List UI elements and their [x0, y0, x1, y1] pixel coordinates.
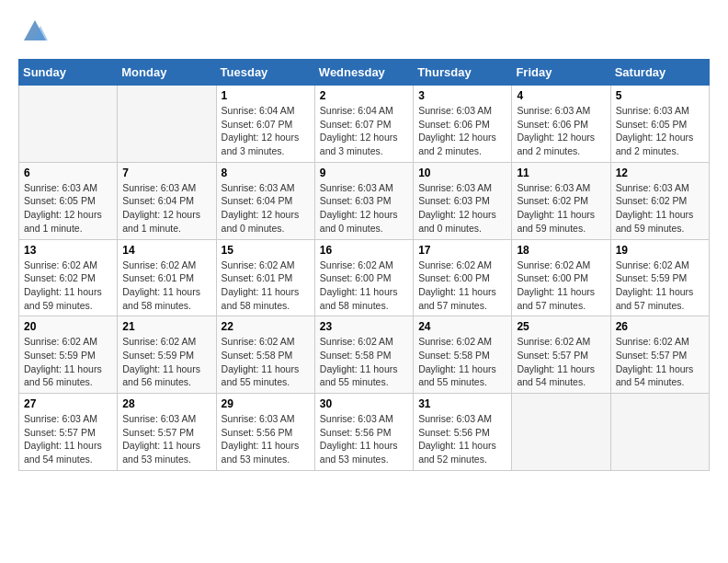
header-day-tuesday: Tuesday [216, 60, 314, 86]
logo [18, 18, 48, 44]
header-day-saturday: Saturday [610, 60, 709, 86]
calendar-cell: 20Sunrise: 6:02 AM Sunset: 5:59 PM Dayli… [19, 316, 118, 394]
day-number: 14 [122, 244, 210, 257]
calendar-week-row: 6Sunrise: 6:03 AM Sunset: 6:05 PM Daylig… [19, 162, 710, 239]
calendar-cell: 3Sunrise: 6:03 AM Sunset: 6:06 PM Daylig… [414, 86, 512, 163]
calendar-cell: 27Sunrise: 6:03 AM Sunset: 5:57 PM Dayli… [19, 394, 118, 471]
calendar-cell: 12Sunrise: 6:03 AM Sunset: 6:02 PM Dayli… [610, 162, 709, 239]
calendar-cell: 14Sunrise: 6:02 AM Sunset: 6:01 PM Dayli… [118, 239, 216, 316]
day-info: Sunrise: 6:02 AM Sunset: 6:01 PM Dayligh… [222, 259, 310, 313]
header-row: SundayMondayTuesdayWednesdayThursdayFrid… [19, 60, 710, 86]
calendar-cell: 17Sunrise: 6:02 AM Sunset: 6:00 PM Dayli… [414, 239, 512, 316]
calendar-cell: 29Sunrise: 6:03 AM Sunset: 5:56 PM Dayli… [216, 394, 314, 471]
header-day-thursday: Thursday [414, 60, 512, 86]
day-info: Sunrise: 6:02 AM Sunset: 5:57 PM Dayligh… [616, 335, 704, 389]
day-number: 19 [616, 244, 704, 257]
day-number: 16 [320, 244, 408, 257]
day-info: Sunrise: 6:03 AM Sunset: 5:56 PM Dayligh… [320, 412, 408, 466]
calendar-cell: 1Sunrise: 6:04 AM Sunset: 6:07 PM Daylig… [216, 86, 314, 163]
day-number: 27 [24, 397, 112, 410]
day-info: Sunrise: 6:04 AM Sunset: 6:07 PM Dayligh… [222, 104, 310, 158]
day-number: 2 [320, 89, 408, 102]
calendar-cell: 22Sunrise: 6:02 AM Sunset: 5:58 PM Dayli… [216, 316, 314, 394]
calendar-week-row: 20Sunrise: 6:02 AM Sunset: 5:59 PM Dayli… [19, 316, 710, 394]
day-info: Sunrise: 6:02 AM Sunset: 5:59 PM Dayligh… [24, 335, 112, 389]
day-number: 10 [418, 167, 506, 179]
day-number: 25 [517, 320, 605, 333]
day-info: Sunrise: 6:02 AM Sunset: 6:01 PM Dayligh… [122, 259, 210, 313]
calendar-cell: 31Sunrise: 6:03 AM Sunset: 5:56 PM Dayli… [414, 394, 512, 471]
day-number: 12 [616, 167, 704, 179]
calendar-cell [610, 394, 709, 471]
calendar-cell: 5Sunrise: 6:03 AM Sunset: 6:05 PM Daylig… [610, 86, 709, 163]
day-number: 31 [418, 397, 506, 410]
day-number: 5 [616, 89, 704, 102]
day-info: Sunrise: 6:03 AM Sunset: 6:05 PM Dayligh… [24, 181, 112, 236]
calendar-cell: 26Sunrise: 6:02 AM Sunset: 5:57 PM Dayli… [610, 316, 709, 394]
day-info: Sunrise: 6:03 AM Sunset: 6:04 PM Dayligh… [222, 181, 310, 236]
day-info: Sunrise: 6:02 AM Sunset: 5:58 PM Dayligh… [222, 335, 310, 389]
day-info: Sunrise: 6:03 AM Sunset: 6:03 PM Dayligh… [320, 181, 408, 236]
day-info: Sunrise: 6:03 AM Sunset: 6:05 PM Dayligh… [616, 104, 704, 158]
day-info: Sunrise: 6:02 AM Sunset: 5:59 PM Dayligh… [616, 259, 704, 313]
logo-icon [22, 18, 48, 44]
calendar-cell: 24Sunrise: 6:02 AM Sunset: 5:58 PM Dayli… [414, 316, 512, 394]
day-number: 13 [24, 244, 112, 257]
calendar-body: 1Sunrise: 6:04 AM Sunset: 6:07 PM Daylig… [19, 86, 710, 471]
day-info: Sunrise: 6:02 AM Sunset: 5:59 PM Dayligh… [122, 335, 210, 389]
calendar-cell: 23Sunrise: 6:02 AM Sunset: 5:58 PM Dayli… [314, 316, 413, 394]
day-info: Sunrise: 6:02 AM Sunset: 6:00 PM Dayligh… [320, 259, 408, 313]
day-info: Sunrise: 6:03 AM Sunset: 6:06 PM Dayligh… [418, 104, 506, 158]
day-number: 23 [320, 320, 408, 333]
day-info: Sunrise: 6:03 AM Sunset: 6:02 PM Dayligh… [517, 181, 605, 236]
calendar-cell: 6Sunrise: 6:03 AM Sunset: 6:05 PM Daylig… [19, 162, 118, 239]
day-number: 6 [24, 167, 112, 179]
day-number: 11 [517, 167, 605, 179]
day-number: 24 [418, 320, 506, 333]
calendar-cell [512, 394, 610, 471]
calendar-cell: 10Sunrise: 6:03 AM Sunset: 6:03 PM Dayli… [414, 162, 512, 239]
day-number: 7 [122, 167, 210, 179]
header-day-monday: Monday [118, 60, 216, 86]
day-info: Sunrise: 6:03 AM Sunset: 5:57 PM Dayligh… [122, 412, 210, 466]
calendar-cell: 7Sunrise: 6:03 AM Sunset: 6:04 PM Daylig… [118, 162, 216, 239]
day-info: Sunrise: 6:02 AM Sunset: 6:00 PM Dayligh… [418, 259, 506, 313]
calendar-cell [118, 86, 216, 163]
page-header [18, 18, 710, 44]
calendar-cell: 18Sunrise: 6:02 AM Sunset: 6:00 PM Dayli… [512, 239, 610, 316]
calendar-cell: 2Sunrise: 6:04 AM Sunset: 6:07 PM Daylig… [314, 86, 413, 163]
calendar-cell: 28Sunrise: 6:03 AM Sunset: 5:57 PM Dayli… [118, 394, 216, 471]
calendar-cell: 13Sunrise: 6:02 AM Sunset: 6:02 PM Dayli… [19, 239, 118, 316]
day-info: Sunrise: 6:03 AM Sunset: 6:03 PM Dayligh… [418, 181, 506, 236]
day-number: 29 [222, 397, 310, 410]
day-number: 9 [320, 167, 408, 179]
calendar-cell [19, 86, 118, 163]
day-number: 28 [122, 397, 210, 410]
calendar-header: SundayMondayTuesdayWednesdayThursdayFrid… [19, 60, 710, 86]
header-day-sunday: Sunday [19, 60, 118, 86]
day-number: 21 [122, 320, 210, 333]
day-number: 22 [222, 320, 310, 333]
calendar-cell: 25Sunrise: 6:02 AM Sunset: 5:57 PM Dayli… [512, 316, 610, 394]
calendar-week-row: 1Sunrise: 6:04 AM Sunset: 6:07 PM Daylig… [19, 86, 710, 163]
day-info: Sunrise: 6:02 AM Sunset: 6:02 PM Dayligh… [24, 259, 112, 313]
day-info: Sunrise: 6:03 AM Sunset: 5:56 PM Dayligh… [418, 412, 506, 466]
day-info: Sunrise: 6:02 AM Sunset: 5:57 PM Dayligh… [517, 335, 605, 389]
day-number: 1 [222, 89, 310, 102]
day-number: 17 [418, 244, 506, 257]
calendar-cell: 8Sunrise: 6:03 AM Sunset: 6:04 PM Daylig… [216, 162, 314, 239]
calendar-cell: 19Sunrise: 6:02 AM Sunset: 5:59 PM Dayli… [610, 239, 709, 316]
calendar-cell: 11Sunrise: 6:03 AM Sunset: 6:02 PM Dayli… [512, 162, 610, 239]
calendar-cell: 21Sunrise: 6:02 AM Sunset: 5:59 PM Dayli… [118, 316, 216, 394]
day-info: Sunrise: 6:03 AM Sunset: 6:04 PM Dayligh… [122, 181, 210, 236]
calendar-cell: 15Sunrise: 6:02 AM Sunset: 6:01 PM Dayli… [216, 239, 314, 316]
calendar-week-row: 13Sunrise: 6:02 AM Sunset: 6:02 PM Dayli… [19, 239, 710, 316]
day-number: 18 [517, 244, 605, 257]
day-info: Sunrise: 6:04 AM Sunset: 6:07 PM Dayligh… [320, 104, 408, 158]
calendar-table: SundayMondayTuesdayWednesdayThursdayFrid… [18, 59, 710, 471]
day-number: 8 [222, 167, 310, 179]
day-info: Sunrise: 6:02 AM Sunset: 6:00 PM Dayligh… [517, 259, 605, 313]
day-info: Sunrise: 6:02 AM Sunset: 5:58 PM Dayligh… [320, 335, 408, 389]
day-number: 3 [418, 89, 506, 102]
calendar-cell: 9Sunrise: 6:03 AM Sunset: 6:03 PM Daylig… [314, 162, 413, 239]
